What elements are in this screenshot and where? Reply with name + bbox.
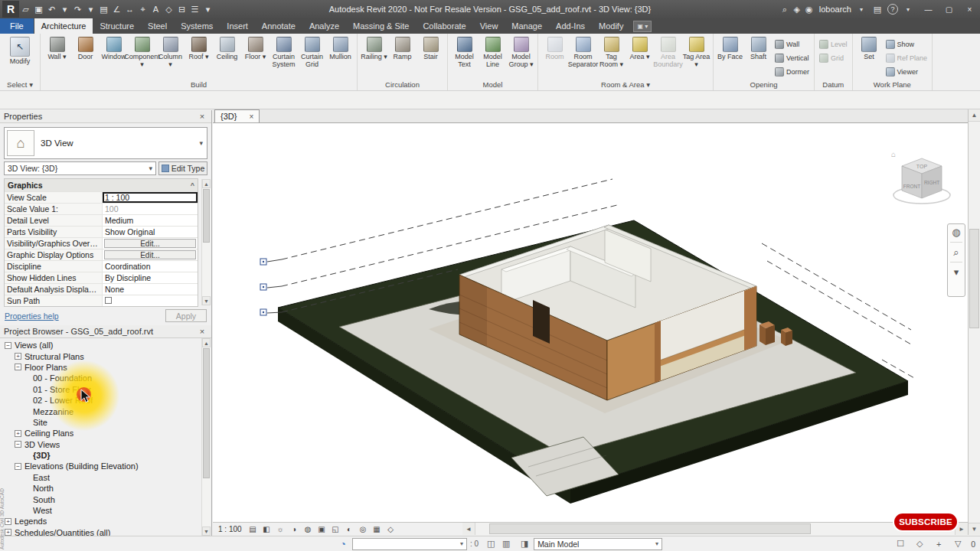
text-icon[interactable]: A xyxy=(149,1,162,18)
prop-value-visibility-graphics-overrides[interactable]: Edit... xyxy=(103,238,198,249)
prop-value-scale-value-1[interactable]: 100 xyxy=(103,204,198,214)
ribbon-button-door[interactable]: Door xyxy=(71,35,100,79)
tree-expander-icon[interactable]: + xyxy=(15,430,21,437)
ribbon-button-model-text[interactable]: Model Text xyxy=(450,35,479,79)
prop-value-default-analysis-display-st[interactable]: None xyxy=(103,284,198,295)
tree-item-3d[interactable]: {3D} xyxy=(0,450,211,461)
temporary-view-properties-icon[interactable]: ▦ xyxy=(371,523,384,534)
ribbon-tab-add-ins[interactable]: Add-Ins xyxy=(549,18,592,34)
subscribe-button[interactable]: SUBSCRIBE xyxy=(893,512,959,532)
drawing-area[interactable]: ⌂ TOP FRONT RIGHT ◍⌕▾ xyxy=(213,123,968,522)
scroll-thumb[interactable] xyxy=(969,229,979,328)
edit-button[interactable]: Edit... xyxy=(104,250,196,259)
navigation-bar[interactable]: ◍⌕▾ xyxy=(947,223,965,297)
ribbon-tab-structure[interactable]: Structure xyxy=(93,18,141,34)
ribbon-panel-label-room-area[interactable]: Room & Area ▾ xyxy=(538,79,713,90)
scroll-down-icon[interactable]: ▼ xyxy=(202,527,211,536)
detail-level-icon[interactable]: ▤ xyxy=(247,523,260,534)
ribbon-button-ref-plane[interactable]: Ref Plane xyxy=(884,51,930,65)
ribbon-button-wall[interactable]: Wall xyxy=(773,37,812,51)
ribbon-tab-architecture[interactable]: Architecture xyxy=(34,18,93,34)
ribbon-button-area-boundary[interactable]: Area Boundary xyxy=(654,35,682,79)
exclude-options-icon[interactable]: ◇ xyxy=(913,538,926,550)
shadows-icon[interactable]: ◑ xyxy=(288,523,301,534)
ribbon-button-area[interactable]: Area ▾ xyxy=(626,35,654,79)
worksets-dialog-icon[interactable]: ◫ xyxy=(485,538,497,550)
press-drag-icon[interactable]: + xyxy=(933,538,945,550)
tree-item-mezzanine[interactable]: Mezzanine xyxy=(0,406,211,416)
tree-item-02-lower-roof[interactable]: 02 - Lower Roof xyxy=(0,395,211,406)
vertical-scrollbar[interactable]: ▲ ▼ xyxy=(968,109,980,535)
ribbon-tab-modify[interactable]: Modify xyxy=(592,18,630,34)
ribbon-button-ramp[interactable]: Ramp xyxy=(388,35,416,79)
tree-expander-icon[interactable]: − xyxy=(15,441,21,448)
print-icon[interactable]: ▤ xyxy=(97,1,110,18)
ribbon-button-wall[interactable]: Wall ▾ xyxy=(43,35,71,79)
property-group-header[interactable]: Graphics ^ xyxy=(5,179,198,191)
zoom-icon[interactable]: ⌕ xyxy=(953,247,959,257)
building-model-3d[interactable] xyxy=(213,123,968,522)
user-dropdown-icon[interactable]: ▾ xyxy=(855,1,867,18)
worksharing-display-icon[interactable]: ▥ xyxy=(500,538,512,550)
ribbon-tab-view[interactable]: View xyxy=(473,18,505,34)
ribbon-button-dormer[interactable]: Dormer xyxy=(773,65,812,79)
tree-expander-icon[interactable]: − xyxy=(15,463,21,470)
communication-center-icon[interactable]: ◈ xyxy=(791,1,803,18)
rendering-dialog-icon[interactable]: ◍ xyxy=(302,523,315,534)
ribbon-tab-massing-site[interactable]: Massing & Site xyxy=(346,18,416,34)
scroll-thumb[interactable] xyxy=(203,189,210,243)
editing-requests-count[interactable]: : 0 xyxy=(470,540,479,548)
type-selector[interactable]: ⌂ 3D View ▾ xyxy=(4,127,207,159)
scroll-up-icon[interactable]: ▲ xyxy=(202,338,211,347)
ribbon-tab-manage[interactable]: Manage xyxy=(505,18,549,34)
ribbon-button-modify[interactable]: ↖Modify xyxy=(2,35,38,79)
maximize-button[interactable]: ▢ xyxy=(939,0,959,18)
scroll-up-icon[interactable]: ▲ xyxy=(969,109,980,122)
type-selector-dropdown-icon[interactable]: ▾ xyxy=(199,139,204,147)
ribbon-button-floor[interactable]: Floor ▾ xyxy=(241,35,270,79)
horizontal-scrollbar[interactable]: ◄ ► xyxy=(462,522,968,535)
ribbon-button-by-face[interactable]: By Face xyxy=(716,35,744,79)
redo-icon[interactable]: ↷ xyxy=(71,1,84,18)
project-browser-close-icon[interactable]: × xyxy=(197,327,207,336)
minimize-button[interactable]: — xyxy=(918,0,939,18)
revit-menu-icon[interactable]: R xyxy=(2,1,19,18)
editable-only-checkbox[interactable]: ☐ xyxy=(894,538,906,550)
scroll-up-icon[interactable]: ▲ xyxy=(202,179,211,188)
group-collapse-icon[interactable]: ^ xyxy=(191,181,194,189)
properties-header[interactable]: Properties × xyxy=(0,110,211,123)
tree-item-views-all[interactable]: −Views (all) xyxy=(0,340,211,350)
prop-value-parts-visibility[interactable]: Show Original xyxy=(103,227,198,237)
tree-item-3d-views[interactable]: −3D Views xyxy=(0,439,211,450)
filter-icon[interactable]: ▽ xyxy=(952,538,964,550)
app-store-icon[interactable]: ▤ xyxy=(871,1,884,18)
tree-item-west[interactable]: West xyxy=(0,505,211,516)
ribbon-button-component[interactable]: Component ▾ xyxy=(128,35,156,79)
instance-selector-dropdown-icon[interactable]: ▾ xyxy=(149,165,152,172)
redo-dropdown-icon[interactable]: ▾ xyxy=(84,1,97,18)
tree-item-00-foundation[interactable]: 00 - Foundation xyxy=(0,373,211,383)
ribbon-button-roof[interactable]: Roof ▾ xyxy=(185,35,213,79)
open-icon[interactable]: ▱ xyxy=(19,1,32,18)
temporary-hide-isolate-icon[interactable]: ◐ xyxy=(343,523,356,534)
tree-item-structural-plans[interactable]: +Structural Plans xyxy=(0,350,211,361)
close-button[interactable]: × xyxy=(959,0,980,18)
workspace-switcher-icon[interactable]: ▣ ▾ xyxy=(633,21,652,32)
properties-close-icon[interactable]: × xyxy=(197,112,207,121)
prop-value-show-hidden-lines[interactable]: By Discipline xyxy=(103,272,198,283)
view-scale-control[interactable]: 1 : 100 xyxy=(217,525,246,533)
ribbon-button-model-line[interactable]: Model Line xyxy=(479,35,507,79)
ribbon-button-show[interactable]: Show xyxy=(884,37,930,51)
ribbon-button-viewer[interactable]: Viewer xyxy=(884,65,930,79)
ribbon-tab-annotate[interactable]: Annotate xyxy=(255,18,302,34)
ribbon-button-room[interactable]: Room xyxy=(541,35,569,79)
scroll-thumb[interactable] xyxy=(203,348,210,478)
prop-value-view-scale[interactable]: 1 : 100 xyxy=(103,192,198,203)
ribbon-button-curtain-grid[interactable]: Curtain Grid xyxy=(298,35,326,79)
reveal-hidden-elements-icon[interactable]: ◎ xyxy=(357,523,370,534)
ribbon-button-mullion[interactable]: Mullion xyxy=(326,35,354,79)
view-tab-3d[interactable]: {3D} × xyxy=(214,109,260,122)
tree-item-elevations-building-elevation[interactable]: −Elevations (Building Elevation) xyxy=(0,461,211,471)
level-markers[interactable] xyxy=(260,259,266,315)
ribbon-tab-systems[interactable]: Systems xyxy=(174,18,220,34)
